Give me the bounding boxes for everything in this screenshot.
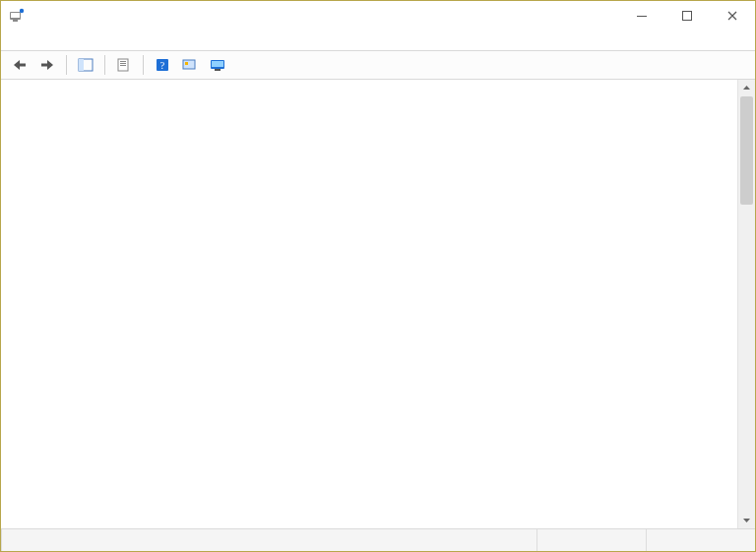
menu-action[interactable] <box>21 38 36 42</box>
device-manager-window: ? <box>0 0 756 552</box>
status-cell <box>536 529 646 551</box>
toolbar-help-button[interactable]: ? <box>150 52 175 78</box>
titlebar[interactable] <box>1 1 755 31</box>
toolbar-separator <box>143 55 144 75</box>
svg-rect-19 <box>212 61 223 67</box>
toolbar-separator <box>104 55 105 75</box>
window-buttons <box>619 1 755 31</box>
device-tree[interactable] <box>1 80 737 528</box>
svg-rect-16 <box>183 60 195 69</box>
svg-rect-12 <box>120 63 126 64</box>
svg-rect-9 <box>79 59 84 71</box>
statusbar <box>1 529 755 551</box>
minimize-button[interactable] <box>619 1 664 31</box>
scroll-down-button[interactable] <box>738 512 755 528</box>
menu-help[interactable] <box>52 38 68 42</box>
scroll-up-button[interactable] <box>738 80 755 96</box>
vertical-scrollbar[interactable] <box>737 80 755 528</box>
menubar <box>1 31 755 50</box>
svg-rect-13 <box>120 65 126 66</box>
status-cell <box>646 529 755 551</box>
svg-rect-20 <box>215 69 220 71</box>
svg-rect-1 <box>11 13 20 18</box>
toolbar-back-button[interactable] <box>7 52 32 78</box>
maximize-button[interactable] <box>664 1 710 31</box>
svg-text:?: ? <box>160 60 165 71</box>
svg-rect-4 <box>637 16 647 17</box>
svg-point-3 <box>20 9 24 13</box>
toolbar-scan-button[interactable] <box>177 52 203 78</box>
svg-rect-6 <box>19 64 26 67</box>
status-cell <box>1 529 536 551</box>
menu-file[interactable] <box>5 38 21 42</box>
toolbar: ? <box>1 50 755 80</box>
svg-rect-7 <box>41 64 48 67</box>
toolbar-separator <box>66 55 67 75</box>
svg-rect-5 <box>683 12 692 21</box>
svg-rect-2 <box>13 20 18 22</box>
svg-rect-17 <box>185 62 188 65</box>
toolbar-console-tree-button[interactable] <box>73 52 98 78</box>
content-area <box>1 80 755 529</box>
app-icon <box>9 8 25 24</box>
toolbar-properties-button[interactable] <box>111 52 137 78</box>
scroll-thumb[interactable] <box>740 96 753 205</box>
svg-rect-11 <box>120 61 126 62</box>
close-button[interactable] <box>710 1 755 31</box>
toolbar-monitor-button[interactable] <box>205 52 230 78</box>
toolbar-forward-button[interactable] <box>34 52 60 78</box>
menu-view[interactable] <box>36 38 52 42</box>
